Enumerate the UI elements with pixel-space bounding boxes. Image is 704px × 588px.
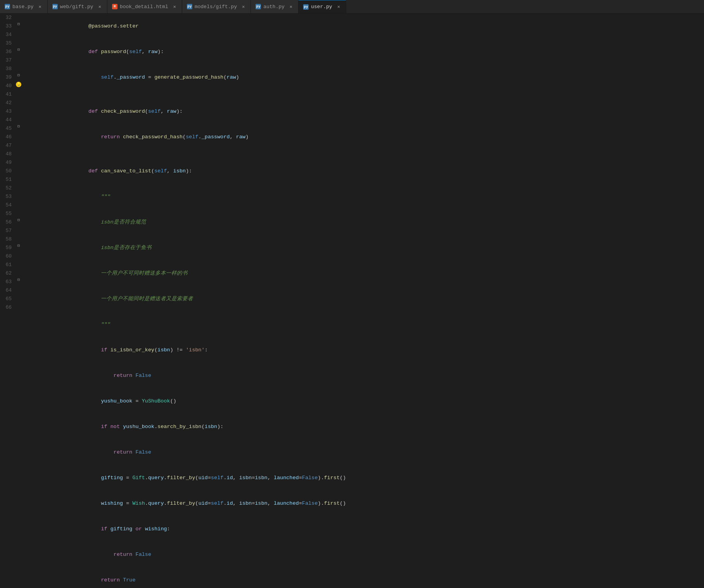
- tab-web-gift-py[interactable]: py web/gift.py ✕: [48, 0, 107, 13]
- gutter-row-63: 63 ⊟: [0, 278, 22, 286]
- gutter-row-65: 65: [0, 295, 22, 303]
- line-num-58: 58: [0, 235, 15, 244]
- line-num-61: 61: [0, 261, 15, 269]
- line-num-39: 39: [0, 73, 15, 82]
- gutter-row-40: 40 💡: [0, 82, 22, 90]
- line-num-51: 51: [0, 175, 15, 184]
- fold-icon-45[interactable]: ⊟: [16, 124, 21, 129]
- line-num-42: 42: [0, 99, 15, 107]
- tab-close-user-py[interactable]: ✕: [336, 3, 341, 10]
- gutter-row-49: 49: [0, 158, 22, 167]
- gutter-icons-36[interactable]: ⊟: [15, 48, 22, 52]
- line-num-36: 36: [0, 48, 15, 56]
- gutter-row-54: 54: [0, 201, 22, 210]
- tab-label-web-gift-py: web/gift.py: [60, 4, 93, 10]
- gutter-icons-40[interactable]: 💡: [15, 82, 22, 87]
- code-line-55: return True: [24, 567, 704, 588]
- code-line-33: def password(self, raw):: [24, 39, 704, 65]
- tab-book-detail-html[interactable]: H book_detail.html ✕: [107, 0, 182, 13]
- code-line-38: [24, 150, 704, 158]
- gutter-row-37: 37: [0, 56, 22, 65]
- gutter-icons-63[interactable]: ⊟: [15, 278, 22, 282]
- gutter-row-41: 41: [0, 90, 22, 99]
- gutter-row-57: 57: [0, 227, 22, 235]
- bulb-icon-40[interactable]: 💡: [16, 82, 21, 87]
- tab-close-web-gift-py[interactable]: ✕: [97, 3, 102, 10]
- line-num-64: 64: [0, 286, 15, 295]
- tab-close-auth-py[interactable]: ✕: [288, 3, 293, 10]
- fold-icon-63[interactable]: ⊟: [16, 278, 21, 282]
- editor-content: 32 33 ⊟ 34 35: [0, 14, 704, 588]
- tab-base-py[interactable]: py base.py ✕: [0, 0, 48, 13]
- tab-label-user-py: user.py: [311, 4, 332, 10]
- code-line-37: return check_password_hash(self._passwor…: [24, 124, 704, 150]
- line-num-46: 46: [0, 133, 15, 141]
- tab-icon-book-detail-html: H: [112, 4, 117, 9]
- code-line-52: wishing = Wish.query.filter_by(uid=self.…: [24, 491, 704, 516]
- tab-close-book-detail-html[interactable]: ✕: [172, 3, 177, 10]
- code-line-46: if is_isbn_or_key(isbn) != 'isbn':: [24, 337, 704, 363]
- code-line-36: def check_password(self, raw):: [24, 99, 704, 124]
- tab-models-gift-py[interactable]: py models/gift.py ✕: [182, 0, 251, 13]
- code-line-42: isbn是否存在于鱼书: [24, 235, 704, 261]
- code-line-51: gifting = Gift.query.filter_by(uid=self.…: [24, 465, 704, 491]
- gutter-row-61: 61: [0, 261, 22, 269]
- line-num-49: 49: [0, 158, 15, 167]
- tab-icon-user-py: py: [303, 4, 309, 10]
- kw-def-33: def: [88, 49, 101, 55]
- decorator-32: @: [88, 23, 91, 29]
- tab-label-base-py: base.py: [12, 4, 34, 10]
- gutter-icons-59[interactable]: ⊟: [15, 244, 22, 248]
- tab-icon-web-gift-py: py: [52, 4, 58, 9]
- line-num-34: 34: [0, 31, 15, 39]
- fold-icon-33[interactable]: ⊟: [16, 22, 21, 27]
- tab-close-models-gift-py[interactable]: ✕: [241, 3, 246, 10]
- line-num-52: 52: [0, 184, 15, 193]
- fold-icon-36[interactable]: ⊟: [16, 48, 21, 52]
- line-num-56: 56: [0, 218, 15, 227]
- fold-icon-56[interactable]: ⊟: [16, 218, 21, 223]
- gutter-row-36: 36 ⊟: [0, 48, 22, 56]
- line-num-65: 65: [0, 295, 15, 303]
- gutter-row-50: 50: [0, 167, 22, 175]
- gutter-icons-45[interactable]: ⊟: [15, 124, 22, 129]
- fold-icon-39[interactable]: ⊟: [16, 73, 21, 78]
- gutter-icons-39[interactable]: ⊟: [15, 73, 22, 78]
- code-line-53: if gifting or wishing:: [24, 516, 704, 542]
- code-content[interactable]: @password.setter def password(self, raw)…: [22, 14, 704, 588]
- gutter-row-34: 34: [0, 31, 22, 39]
- line-num-38: 38: [0, 65, 15, 73]
- code-line-50: return False: [24, 440, 704, 465]
- line-num-48: 48: [0, 150, 15, 158]
- tab-icon-auth-py: py: [255, 4, 261, 9]
- line-num-44: 44: [0, 116, 15, 124]
- code-line-35: [24, 90, 704, 99]
- code-line-43: 一个用户不可同时赠送多本一样的书: [24, 261, 704, 286]
- code-line-44: 一个用户不能同时是赠送者又是索要者: [24, 286, 704, 312]
- line-num-66: 66: [0, 303, 15, 312]
- gutter-row-46: 46: [0, 133, 22, 141]
- fold-icon-59[interactable]: ⊟: [16, 244, 21, 248]
- gutter-row-56: 56 ⊟: [0, 218, 22, 227]
- gutter-icons-56[interactable]: ⊟: [15, 218, 22, 223]
- tab-label-models-gift-py: models/gift.py: [195, 4, 237, 10]
- code-line-32: @password.setter: [24, 14, 704, 39]
- line-num-62: 62: [0, 269, 15, 278]
- code-lines: @password.setter def password(self, raw)…: [24, 14, 704, 588]
- gutter-row-53: 53: [0, 193, 22, 201]
- gutter-row-66: 66: [0, 303, 22, 312]
- editor-window: py base.py ✕ py web/gift.py ✕ H book_det…: [0, 0, 704, 588]
- gutter-icons-33[interactable]: ⊟: [15, 22, 22, 27]
- line-num-50: 50: [0, 167, 15, 175]
- tab-user-py[interactable]: py user.py ✕: [299, 0, 346, 13]
- tab-close-base-py[interactable]: ✕: [38, 3, 43, 10]
- gutter-row-51: 51: [0, 175, 22, 184]
- line-num-63: 63: [0, 278, 15, 286]
- line-num-43: 43: [0, 107, 15, 116]
- line-num-32: 32: [0, 14, 15, 22]
- code-line-48: yushu_book = YuShuBook(): [24, 389, 704, 414]
- tab-auth-py[interactable]: py auth.py ✕: [251, 0, 299, 13]
- editor-area: 32 33 ⊟ 34 35: [0, 14, 704, 588]
- gutter-row-52: 52: [0, 184, 22, 193]
- gutter-row-48: 48: [0, 150, 22, 158]
